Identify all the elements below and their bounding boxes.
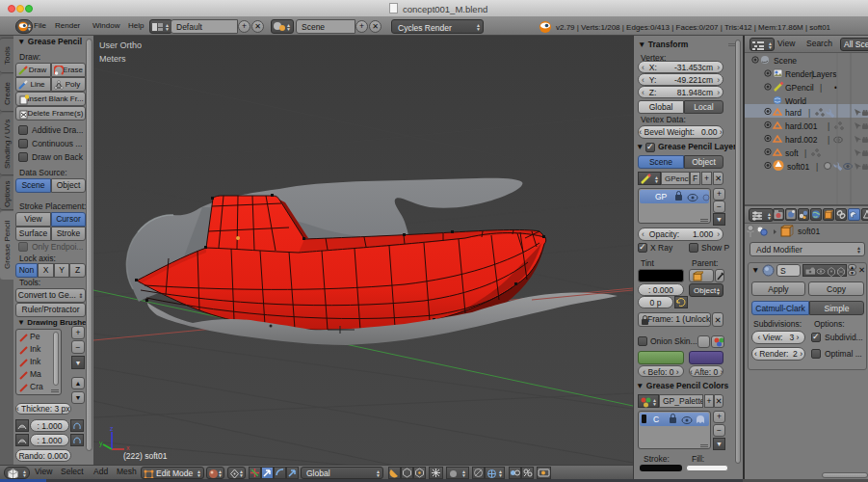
svg-text:World: World	[785, 96, 806, 106]
svg-text:soft01: soft01	[787, 162, 809, 172]
svg-text:soft: soft	[785, 148, 799, 158]
svg-text:hard: hard	[785, 108, 802, 118]
svg-text:Meters: Meters	[99, 54, 126, 64]
svg-text:(222) soft01: (222) soft01	[123, 451, 168, 461]
svg-text:|: |	[816, 162, 818, 172]
svg-text:User Ortho: User Ortho	[99, 40, 142, 50]
svg-text:|: |	[808, 108, 810, 118]
svg-text:|: |	[828, 135, 829, 145]
svg-text:|: |	[811, 69, 813, 79]
svg-text:x: x	[126, 444, 130, 451]
svg-text:|: |	[828, 121, 829, 131]
svg-text:y: y	[99, 440, 103, 447]
svg-text:|: |	[804, 148, 806, 158]
svg-text:hard.002: hard.002	[785, 135, 818, 145]
svg-text:hard.001: hard.001	[785, 121, 818, 131]
svg-text:GPencil: GPencil	[785, 83, 814, 93]
svg-text:z: z	[110, 425, 114, 432]
svg-text:Scene: Scene	[774, 56, 797, 66]
svg-text:|: |	[820, 83, 822, 93]
